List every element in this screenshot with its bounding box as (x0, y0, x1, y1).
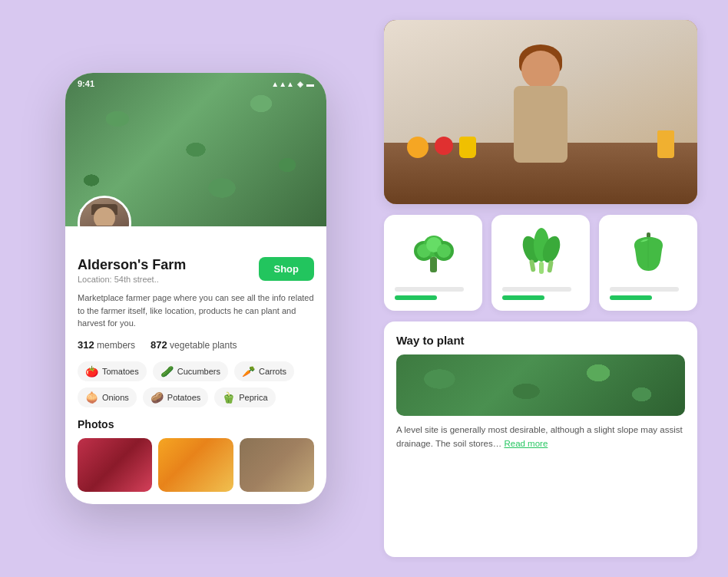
veg-card-green-pepper[interactable] (599, 215, 697, 311)
status-icons: ▲▲▲ ◈ ▬ (271, 80, 314, 88)
farmer-avatar (78, 196, 131, 226)
way-to-plant-text: A level site is generally most desirable… (396, 424, 685, 451)
photo-potatoes[interactable] (240, 438, 314, 492)
farm-info: Alderson's Farm Location: 54th street.. (78, 257, 186, 284)
wifi-icon: ◈ (297, 80, 303, 88)
veg-card-bok-choy[interactable] (491, 215, 590, 311)
tomato-fruit (435, 137, 453, 155)
photos-grid (78, 438, 314, 492)
way-to-plant-image (396, 354, 685, 416)
farm-name: Alderson's Farm (78, 257, 186, 273)
farm-hero-image: 9:41 ▲▲▲ ◈ ▬ ← Back (65, 73, 326, 226)
members-stat: 312 members (78, 339, 135, 351)
way-to-plant-title: Way to plant (396, 334, 685, 347)
kitchen-person (495, 51, 587, 204)
plants-stat: 872 vegetable plants (151, 339, 237, 351)
bok-choy-line-green (502, 295, 544, 300)
onion-icon: 🧅 (85, 391, 98, 404)
status-bar: 9:41 ▲▲▲ ◈ ▬ (78, 79, 314, 88)
bok-choy-image (514, 226, 568, 279)
tag-cucumbers-label: Cucumbers (177, 367, 220, 376)
green-pepper-info-lines (610, 287, 687, 300)
svg-point-6 (437, 244, 451, 258)
photo-peppers[interactable] (158, 438, 233, 492)
hero-card (384, 20, 697, 204)
green-pepper-line-green (610, 295, 652, 300)
drink-glass (657, 130, 674, 158)
tag-onions-label: Onions (102, 393, 129, 402)
members-label: members (97, 340, 135, 351)
tag-potatoes-label: Potatoes (167, 393, 200, 402)
stats-row: 312 members 872 vegetable plants (78, 339, 314, 351)
plants-label: vegetable plants (170, 340, 237, 351)
broccoli-svg (409, 228, 458, 278)
kitchen-scene (384, 20, 697, 204)
tag-onions[interactable]: 🧅 Onions (78, 387, 137, 407)
phone-wrapper: 9:41 ▲▲▲ ◈ ▬ ← Back (31, 73, 361, 504)
yellow-pepper-fruit (459, 137, 476, 158)
avatar-head (94, 207, 115, 226)
wtp-field-texture (396, 354, 685, 416)
farm-location: Location: 54th street.. (78, 275, 186, 284)
broccoli-image (406, 226, 460, 279)
pepper-svg (624, 228, 673, 278)
veggie-cards-row (384, 215, 697, 311)
signal-icon: ▲▲▲ (271, 80, 294, 88)
tag-cucumbers[interactable]: 🥒 Cucumbers (153, 361, 228, 381)
cucumber-icon: 🥒 (160, 365, 174, 378)
svg-rect-0 (430, 257, 437, 272)
bok-choy-info-lines (502, 287, 579, 300)
broccoli-line-green (395, 295, 437, 300)
green-pepper-line-gray (610, 287, 679, 292)
bok-choy-line-gray (502, 287, 571, 292)
read-more-link[interactable]: Read more (504, 439, 548, 448)
tag-peprica-label: Peprica (239, 393, 267, 402)
broccoli-line-gray (395, 287, 464, 292)
battery-icon: ▬ (306, 80, 314, 88)
orange-fruit (407, 137, 429, 158)
avatar-inner (80, 198, 129, 226)
phone-body: Alderson's Farm Location: 54th street.. … (65, 226, 326, 504)
photos-section-label: Photos (78, 418, 314, 430)
app-container: 9:41 ▲▲▲ ◈ ▬ ← Back (0, 0, 728, 577)
plants-count: 872 (151, 339, 167, 351)
phone-mockup: 9:41 ▲▲▲ ◈ ▬ ← Back (65, 73, 326, 504)
svg-rect-11 (539, 262, 544, 274)
tomato-icon: 🍅 (85, 365, 98, 378)
peprica-icon: 🫑 (222, 391, 235, 404)
green-pepper-image (621, 226, 675, 279)
potato-icon: 🥔 (151, 391, 164, 404)
farm-description: Marketplace farmer page where you can se… (78, 292, 314, 330)
status-time: 9:41 (78, 79, 94, 88)
produce-tags: 🍅 Tomatoes 🥒 Cucumbers 🥕 Carrots 🧅 Onion… (78, 361, 314, 407)
shop-button[interactable]: Shop (259, 257, 315, 281)
person-head (521, 51, 560, 89)
right-panel: Way to plant A level site is generally m… (384, 20, 697, 557)
bok-choy-svg (516, 228, 566, 278)
tag-peprica[interactable]: 🫑 Peprica (214, 387, 275, 407)
tag-tomatoes[interactable]: 🍅 Tomatoes (78, 361, 147, 381)
way-to-plant-card: Way to plant A level site is generally m… (384, 321, 697, 557)
veg-card-broccoli[interactable] (384, 215, 482, 311)
tag-potatoes[interactable]: 🥔 Potatoes (143, 387, 208, 407)
tag-tomatoes-label: Tomatoes (102, 367, 139, 376)
avatar-body (87, 226, 122, 226)
counter-fruits (407, 137, 476, 158)
tag-carrots-label: Carrots (259, 367, 286, 376)
broccoli-info-lines (395, 287, 472, 300)
members-count: 312 (78, 339, 94, 351)
carrot-icon: 🥕 (242, 365, 255, 378)
photo-onions[interactable] (78, 438, 152, 492)
person-body (514, 86, 568, 163)
tag-carrots[interactable]: 🥕 Carrots (234, 361, 294, 381)
farm-header: Alderson's Farm Location: 54th street.. … (78, 257, 314, 284)
